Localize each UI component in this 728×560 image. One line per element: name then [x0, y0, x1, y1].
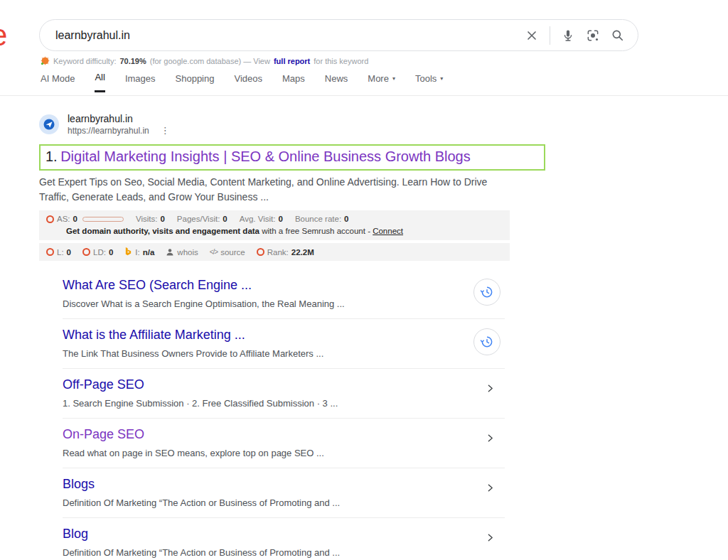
bounce-rate-stat[interactable]: Bounce rate:0 — [295, 215, 349, 223]
result-description: Get Expert Tips on Seo, Social Media, Co… — [39, 175, 503, 205]
expand-chevron-icon[interactable] — [486, 483, 495, 495]
tab-maps[interactable]: Maps — [282, 72, 305, 92]
code-icon: </> — [210, 248, 218, 256]
search-bar-icons — [525, 26, 625, 45]
person-icon — [166, 248, 174, 257]
sitelink-item: Blog Definition Of Marketing “The Action… — [63, 518, 505, 560]
sitelink-description: The Link That Business Owners Provide to… — [63, 348, 461, 360]
authority-score-stat[interactable]: AS:0 — [46, 215, 124, 223]
authority-score-bar — [82, 217, 124, 222]
google-serp-page: e — [0, 0, 728, 560]
bing-icon — [124, 247, 132, 257]
sitelink-title[interactable]: Blog — [63, 525, 88, 542]
tab-videos[interactable]: Videos — [234, 72, 262, 92]
bing-index-stat[interactable]: I:n/a — [124, 247, 154, 257]
full-report-link[interactable]: full report — [274, 57, 310, 65]
seoquake-links-panel: L:0 LD:0 I:n/a whois </> s — [39, 243, 510, 261]
site-favicon — [39, 114, 59, 134]
sitelink-item: On-Page SEO Read what on page in SEO mea… — [63, 419, 505, 468]
sitelink-description: 1. Search Engine Submission · 2. Free Cl… — [63, 397, 461, 409]
seoquake-icon — [41, 56, 50, 65]
history-clock-icon — [480, 285, 494, 299]
rank-stat[interactable]: Rank:22.2M — [257, 248, 314, 257]
result-title-link[interactable]: Digital Marketing Insights | SEO & Onlin… — [60, 149, 471, 164]
globe-favicon-icon — [42, 117, 56, 131]
clear-search-button[interactable] — [525, 28, 539, 43]
searchbar-divider — [550, 26, 550, 45]
sitelink-item: What Are SEO (Search Engine ... Discover… — [63, 269, 505, 319]
expand-chevron-icon[interactable] — [486, 383, 495, 396]
sitelink-title[interactable]: Off-Page SEO — [63, 376, 144, 393]
connect-link[interactable]: Connect — [373, 227, 403, 235]
microphone-icon — [561, 28, 575, 43]
result-site-row[interactable]: learnbyrahul.in https://learnbyrahul.in … — [39, 114, 537, 135]
tab-images[interactable]: Images — [125, 72, 156, 92]
expand-chevron-icon[interactable] — [486, 532, 495, 545]
sitelink-title[interactable]: What Are SEO (Search Engine ... — [63, 276, 252, 294]
whois-link[interactable]: whois — [166, 248, 198, 257]
expand-chevron-icon[interactable] — [486, 433, 495, 446]
semrush-ring-icon — [46, 215, 54, 223]
tab-tools[interactable]: Tools ▾ — [415, 72, 443, 92]
search-icon — [611, 28, 625, 43]
sitelink-description: Definition Of Marketing “The Action or B… — [63, 497, 461, 509]
difficulty-suffix: for this keyword — [314, 57, 368, 65]
search-submit-button[interactable] — [611, 28, 625, 43]
site-url[interactable]: https://learnbyrahul.in — [68, 126, 149, 135]
result-options-icon[interactable]: ⋮ — [161, 126, 171, 135]
sitelink-item: Off-Page SEO 1. Search Engine Submission… — [63, 369, 505, 419]
result-title-highlight-box: 1. Digital Marketing Insights | SEO & On… — [39, 144, 545, 171]
search-input[interactable] — [55, 29, 525, 42]
semrush-ring-icon — [257, 248, 264, 256]
difficulty-context: (for google.com database) — View — [150, 57, 270, 65]
seoquake-difficulty-bar: Keyword difficulty: 70.19% (for google.c… — [41, 56, 368, 65]
pages-visit-stat[interactable]: Pages/Visit:0 — [177, 215, 228, 223]
linking-domains-stat[interactable]: LD:0 — [82, 248, 113, 257]
search-tabs: AI Mode All Images Shopping Videos Maps … — [41, 72, 443, 92]
logo-letter: e — [0, 18, 11, 53]
site-name[interactable]: learnbyrahul.in — [68, 114, 171, 124]
sitelinks-list: What Are SEO (Search Engine ... Discover… — [63, 269, 505, 560]
avg-visit-stat[interactable]: Avg. Visit:0 — [240, 215, 283, 223]
semrush-ring-icon — [82, 248, 90, 256]
difficulty-value: 70.19% — [119, 57, 146, 65]
tab-ai-mode[interactable]: AI Mode — [41, 72, 75, 92]
sitelink-item: What is the Affiliate Marketing ... The … — [63, 319, 505, 369]
history-clock-icon — [480, 335, 494, 349]
google-logo-fragment: e — [0, 18, 11, 54]
difficulty-label: Keyword difficulty: — [53, 57, 116, 65]
tab-all[interactable]: All — [95, 72, 105, 92]
sitelink-title[interactable]: Blogs — [63, 475, 95, 492]
sitelink-description: Read what on page in SEO means, explore … — [63, 447, 461, 459]
site-meta: learnbyrahul.in https://learnbyrahul.in … — [68, 114, 171, 135]
visits-stat[interactable]: Visits:0 — [136, 215, 165, 223]
voice-search-button[interactable] — [561, 28, 575, 43]
chevron-down-icon: ▾ — [392, 75, 395, 82]
history-button[interactable] — [473, 328, 500, 355]
lens-camera-icon — [586, 28, 600, 43]
sitelink-description: Definition Of Marketing “The Action or B… — [63, 546, 461, 559]
google-lens-button[interactable] — [586, 28, 600, 43]
semrush-promo-row: Get domain authority, visits and engagem… — [46, 227, 503, 235]
sitelink-title[interactable]: On-Page SEO — [63, 426, 144, 443]
links-stat[interactable]: L:0 — [46, 248, 71, 257]
tab-news[interactable]: News — [325, 72, 348, 92]
chevron-down-icon: ▾ — [440, 75, 443, 82]
tabs-divider — [0, 95, 728, 96]
search-result: learnbyrahul.in https://learnbyrahul.in … — [39, 114, 537, 560]
history-button[interactable] — [473, 279, 500, 306]
tab-shopping[interactable]: Shopping — [176, 72, 215, 92]
sitelink-description: Discover What is a Search Engine Optimis… — [63, 298, 461, 310]
source-link[interactable]: </> source — [210, 248, 245, 257]
result-rank-number: 1. — [46, 149, 58, 164]
search-bar[interactable] — [39, 19, 638, 51]
semrush-ring-icon — [46, 248, 54, 256]
sitelink-title[interactable]: What is the Affiliate Marketing ... — [63, 326, 245, 343]
seoquake-stats-panel: AS:0 Visits:0 Pages/Visit:0 Avg. Visit:0… — [39, 210, 510, 240]
sitelink-item: Blogs Definition Of Marketing “The Actio… — [63, 468, 505, 518]
close-icon — [525, 28, 539, 43]
tab-more[interactable]: More ▾ — [368, 72, 395, 92]
